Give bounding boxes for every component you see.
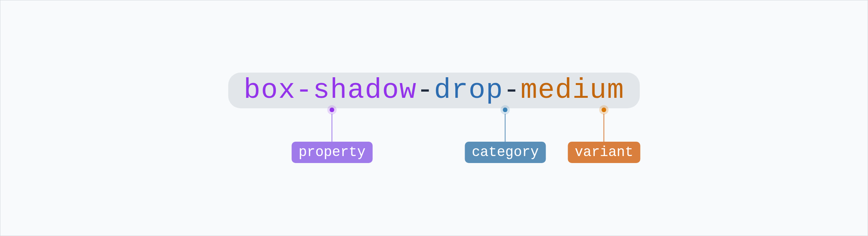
connector-line <box>604 114 604 142</box>
annotation-tag-category: category <box>465 142 546 163</box>
token-anatomy-diagram: box-shadow-drop-medium property category… <box>228 73 640 163</box>
token-separator: - <box>503 76 521 104</box>
connector-dot-icon <box>503 108 508 112</box>
connector-dot-icon <box>602 108 606 112</box>
connector-dot-halo <box>327 105 337 115</box>
annotation-category: category <box>465 105 546 163</box>
annotation-tag-variant: variant <box>568 142 640 163</box>
token-separator: - <box>417 76 434 104</box>
connector-line <box>332 114 332 142</box>
connector-dot-halo <box>599 105 609 115</box>
token-segment-property: box-shadow <box>244 76 417 104</box>
token-segment-category: drop <box>434 76 503 104</box>
annotation-row: property category variant <box>228 105 640 163</box>
token-bar: box-shadow-drop-medium <box>228 73 640 108</box>
connector-line <box>505 114 506 142</box>
connector-dot-icon <box>330 108 334 112</box>
annotation-tag-property: property <box>291 142 372 163</box>
token-segment-variant: medium <box>520 76 624 104</box>
annotation-variant: variant <box>568 105 640 163</box>
annotation-property: property <box>291 105 372 163</box>
connector-dot-halo <box>501 105 510 115</box>
